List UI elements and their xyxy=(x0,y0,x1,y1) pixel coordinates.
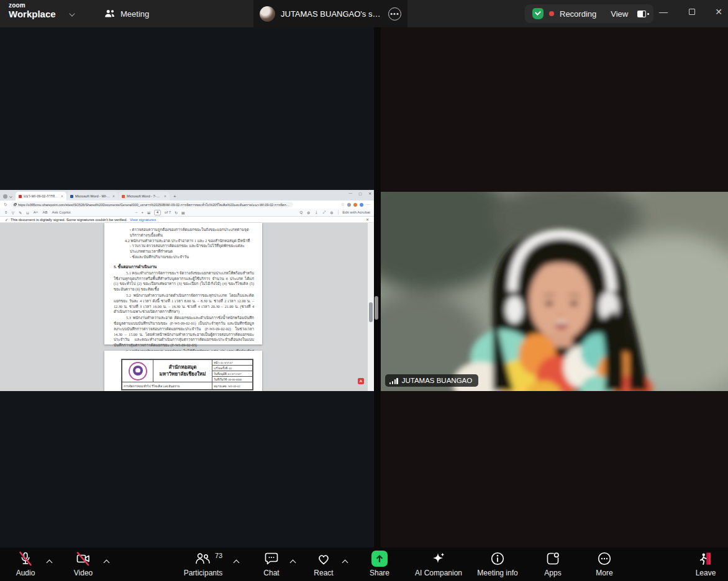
view-layout-icon[interactable] xyxy=(637,11,646,17)
participant-video[interactable]: JUTAMAS BUANGAO xyxy=(381,192,728,391)
leave-label: Leave xyxy=(696,569,716,577)
participants-options-chevron[interactable] xyxy=(233,559,240,565)
ai-companion-button[interactable]: AI Companion xyxy=(412,550,465,577)
pdf-toolbar: ≡ ▽ ✎ ⊔ A˄ AB Ask Copilot − + ⊞ 4 of 7 ↻… xyxy=(0,209,374,217)
people-icon xyxy=(104,9,116,19)
notice-close-icon[interactable]: ✕ xyxy=(366,217,369,222)
read-aloud-icon[interactable]: A˄ xyxy=(34,210,39,214)
pdf-file-icon xyxy=(19,195,22,198)
tab-close-icon[interactable]: ✕ xyxy=(164,194,166,198)
network-signal-icon xyxy=(389,377,398,384)
stamp-revision: แก้ไขครั้งที่: 03 xyxy=(212,366,253,371)
pdf-toolbar-left: ≡ ▽ ✎ ⊔ A˄ AB Ask Copilot xyxy=(0,210,71,215)
apps-button[interactable]: Apps xyxy=(526,550,580,577)
doc-heading: 5. ขั้นตอนการดำเนินงาน xyxy=(114,264,254,270)
word-file-icon xyxy=(70,195,73,198)
browser-close-icon[interactable]: ✕ xyxy=(368,191,371,196)
pane-resize-handle[interactable] xyxy=(375,296,378,320)
draw-icon[interactable]: ✎ xyxy=(19,210,22,215)
settings-gear-icon[interactable]: ⚙ xyxy=(307,210,310,215)
tab-meeting-label: Meeting xyxy=(121,9,149,19)
pdf-page-5: - ตรวจสอบความถูกต้องของการคัดแยกขยะในถัง… xyxy=(104,223,262,345)
extension-icon[interactable] xyxy=(347,203,351,207)
zoom-in-icon[interactable]: + xyxy=(142,210,144,214)
tab-screen-share[interactable]: JUTAMAS BUANGAO's screen ••• xyxy=(253,0,407,27)
pdf-document-area[interactable]: - ตรวจสอบความถูกต้องของการคัดแยกขยะในถัง… xyxy=(0,223,368,391)
camera-muted-icon xyxy=(75,550,91,567)
pdf-page-controls: − + ⊞ 4 of 7 ↻ ▤ xyxy=(135,210,185,215)
tab-options-ellipsis-icon[interactable]: ••• xyxy=(388,7,401,20)
ask-copilot-button[interactable]: Ask Copilot xyxy=(52,210,70,214)
url-text: https://o365cmu.sharepoint.com/sites/ISO… xyxy=(18,202,290,207)
view-button-label[interactable]: View xyxy=(611,9,628,19)
participants-icon xyxy=(194,550,212,567)
search-icon[interactable]: Q xyxy=(299,210,303,214)
audio-options-chevron[interactable] xyxy=(46,559,53,565)
heart-icon xyxy=(316,550,332,567)
profile-dot-icon xyxy=(3,194,7,199)
share-button[interactable]: Share xyxy=(353,550,406,577)
browser-menu-ellipsis-icon[interactable]: ⋯ xyxy=(366,202,370,207)
address-bar[interactable]: https://o365cmu.sharepoint.com/sites/ISO… xyxy=(11,202,293,207)
security-shield-icon[interactable] xyxy=(532,8,544,19)
audio-button[interactable]: Audio xyxy=(0,550,52,577)
pdf-scrollbar[interactable] xyxy=(368,223,374,391)
zoom-out-icon[interactable]: − xyxy=(135,210,138,214)
toc-icon[interactable]: ≡ xyxy=(5,210,7,214)
pdf-scrollbar-handle[interactable] xyxy=(369,302,373,322)
gear-icon[interactable]: ⚙ xyxy=(330,210,333,215)
acrobat-floating-icon[interactable]: A xyxy=(358,378,364,384)
browser-minimize-icon[interactable]: — xyxy=(348,191,352,196)
browser-tab-search[interactable] xyxy=(0,194,16,200)
meeting-status-pill: Recording View xyxy=(525,4,653,23)
stamp-doc-title: การจัดการขยะทั่วไป รีไซเคิล และอันตราย xyxy=(122,382,212,390)
tab-close-icon[interactable]: ✕ xyxy=(61,194,63,198)
browser-maximize-icon[interactable]: ▢ xyxy=(358,191,362,196)
window-close-button[interactable]: ✕ xyxy=(708,0,728,24)
doc-line: - ตรวจสอบความถูกต้องของการคัดแยกขยะในถัง… xyxy=(114,227,254,238)
refresh-icon[interactable]: ↻ xyxy=(4,202,7,207)
bookmark-star-icon[interactable]: ☆ xyxy=(341,202,345,207)
participants-button[interactable]: Participants 73 xyxy=(176,550,230,577)
new-tab-button[interactable]: + xyxy=(170,194,180,200)
download-icon[interactable]: ⭳ xyxy=(315,210,319,214)
window-maximize-button[interactable] xyxy=(681,0,703,24)
text-icon[interactable]: AB xyxy=(42,210,47,214)
more-button[interactable]: More xyxy=(578,550,631,577)
page-view-icon[interactable]: ▤ xyxy=(181,210,185,215)
highlight-icon[interactable]: ⊔ xyxy=(26,210,29,215)
react-options-chevron[interactable] xyxy=(342,559,349,565)
rotate-icon[interactable]: ↻ xyxy=(175,210,178,215)
extension-icon[interactable] xyxy=(353,203,357,207)
video-options-chevron[interactable] xyxy=(103,559,111,565)
fullscreen-icon[interactable]: ⤢ xyxy=(323,210,326,215)
tab-meeting[interactable]: Meeting xyxy=(98,0,155,27)
save-icon[interactable]: ▽ xyxy=(12,210,15,215)
fit-page-icon[interactable]: ⊞ xyxy=(147,210,150,215)
page-number-input[interactable]: 4 xyxy=(154,210,161,215)
view-signatures-link[interactable]: View signatures xyxy=(130,218,156,222)
video-button[interactable]: Video xyxy=(57,550,110,577)
workspace-chevron-down-icon[interactable] xyxy=(70,11,75,17)
signature-notice-text: This document is digitally signed. Some … xyxy=(11,218,127,222)
signature-shield-icon: ✓ xyxy=(5,217,8,222)
lock-icon xyxy=(14,204,16,206)
browser-tab-word-2[interactable]: Microsoft Word - 7-WI-09-03-#I ✕ xyxy=(119,192,170,200)
browser-tab-pdf[interactable]: แนว-WI-09-02-การจัดการขยะทั่วไ ✕ xyxy=(16,192,66,200)
document-control-stamp: สำนักหอสมุด มหาวิทยาลัยเชียงใหม่ หน้า: 0… xyxy=(121,359,253,390)
leave-button[interactable]: Leave xyxy=(679,550,728,577)
info-icon xyxy=(489,550,506,567)
video-label: Video xyxy=(74,569,93,577)
browser-tab-word-1[interactable]: Microsoft Word - WI-09-02 2#-I ✕ xyxy=(67,192,118,200)
window-minimize-button[interactable]: — xyxy=(653,0,674,24)
chat-label: Chat xyxy=(263,569,279,577)
edit-with-acrobat-button[interactable]: Edit with Acrobat xyxy=(342,210,370,214)
chat-options-chevron[interactable] xyxy=(289,559,297,565)
meeting-info-button[interactable]: Meeting info xyxy=(471,550,524,577)
mic-muted-icon xyxy=(17,550,34,567)
tab-close-icon[interactable]: ✕ xyxy=(112,194,115,198)
stamp-approved-date: วันที่อนุมัติ: 01-07-2567 xyxy=(212,371,253,377)
browser-tab-word2-title: Microsoft Word - 7-WI-09-03-#I xyxy=(127,194,162,198)
leave-door-icon xyxy=(698,550,714,567)
profile-icon[interactable] xyxy=(360,203,363,207)
